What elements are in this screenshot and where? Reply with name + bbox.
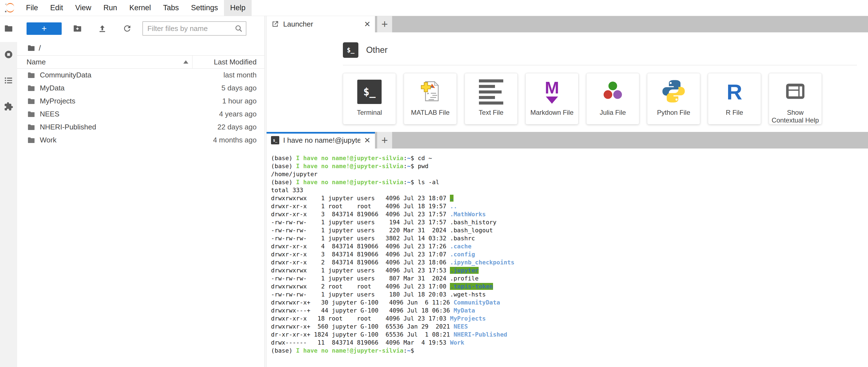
search-icon [234,24,243,33]
file-row-CommunityData[interactable]: CommunityDatalast month [17,69,265,82]
file-modified: 4 years ago [219,110,265,118]
launcher-body: $_ Other $_Terminal»MATLAB FileText File… [267,32,868,132]
file-browser-toolbar: + [17,16,265,41]
terminal-line: drwxr-xr-x 2 843714 819066 4096 Jul 23 1… [271,258,868,266]
sidebar-tab-extensions[interactable] [0,94,17,120]
tab-launcher[interactable]: Launcher ✕ [267,16,375,32]
terminal-line: drwxrwxrwx 1 jupyter users 4096 Jul 23 1… [271,194,868,202]
folder-icon [27,71,35,80]
terminal-line: -rw-rw-rw- 1 jupyter users 194 Jul 23 17… [271,218,868,226]
close-icon[interactable]: ✕ [364,136,371,145]
file-row-MyData[interactable]: MyData5 days ago [17,82,265,95]
terminal-line: drwxrwxrwx 2 root root 4096 Jul 23 17:00… [271,282,868,290]
launcher-tab-bar: Launcher ✕ + [267,16,868,32]
new-tab-button[interactable]: + [377,132,392,149]
menu-item-edit[interactable]: Edit [44,0,69,16]
tab-launcher-label: Launcher [283,20,360,29]
r-icon: R [727,81,742,102]
folder-icon [27,123,35,131]
running-sessions-icon [4,50,13,60]
launcher-card-label: Markdown File [529,109,575,116]
terminal-line: drwxr-xr-x 1 root root 4096 Jul 18 19:57… [271,202,868,210]
matlab-icon: » [417,78,443,105]
launcher-cards: $_Terminal»MATLAB FileText FileMMarkdown… [343,73,857,124]
terminal-section-icon: $_ [343,42,359,58]
file-row-NHERI-Published[interactable]: NHERI-Published22 days ago [17,121,265,133]
main-dock: Launcher ✕ + $_ Other $_Terminal»MATLAB … [267,16,868,367]
terminal-line: drwxrwx---+ 44 jupyter G-100 4096 Jul 18… [271,306,868,314]
menu-item-file[interactable]: File [20,0,44,16]
upload-icon[interactable] [98,24,107,33]
menu-item-tabs[interactable]: Tabs [157,0,185,16]
sidebar-tab-file-browser[interactable] [0,16,17,42]
menu-item-kernel[interactable]: Kernel [123,0,157,16]
launcher-card-label: Terminal [355,109,384,116]
terminal-line: -rw-rw-rw- 1 jupyter users 3802 Jul 14 0… [271,234,868,242]
terminal-line: (base) I have no name!@jupyter-silvia:~$… [271,162,868,170]
menu-item-view[interactable]: View [69,0,97,16]
terminal-line: -rw-rw-rw- 1 jupyter users 180 Jul 18 20… [271,290,868,298]
new-launcher-button[interactable]: + [27,22,62,35]
terminal-line: dr-xr-xr-x+ 1824 jupyter G-100 65536 Jul… [271,331,868,338]
file-row-NEES[interactable]: NEES4 years ago [17,108,265,121]
menu-item-run[interactable]: Run [97,0,123,16]
terminal-line: (base) I have no name!@jupyter-silvia:~$… [271,178,868,186]
breadcrumb[interactable]: / [17,41,265,55]
launcher-card-python[interactable]: Python File [647,73,700,124]
terminal-line: drwxr-xr-x 3 843714 819066 4096 Jul 23 1… [271,210,868,218]
file-row-MyProjects[interactable]: MyProjects1 hour ago [17,95,265,108]
terminal-tab-bar: $_ I have no name!@jupyter-silvia ✕ + [267,132,868,149]
breadcrumb-root[interactable]: / [39,44,41,53]
tab-terminal-label: I have no name!@jupyter-silvia [283,136,360,145]
section-divider [343,65,857,65]
file-name: NEES [40,110,59,118]
menu-item-help[interactable]: Help [224,0,252,16]
launcher-card-contextual-help[interactable]: Show Contextual Help [769,73,822,124]
jupyter-logo-icon [4,1,17,15]
terminal-line: (base) I have no name!@jupyter-silvia:~$… [271,154,868,162]
launcher-card-markdown[interactable]: MMarkdown File [525,73,579,124]
tab-terminal[interactable]: $_ I have no name!@jupyter-silvia ✕ [267,132,375,149]
launcher-card-label: Julia File [598,109,628,116]
menu-item-settings[interactable]: Settings [185,0,224,16]
filter-files-field [143,21,246,36]
column-header-name[interactable]: Name [17,58,192,66]
folder-icon [27,84,35,92]
file-row-Work[interactable]: Work4 months ago [17,133,265,147]
sort-ascending-icon [183,60,188,64]
panel-splitter[interactable] [265,16,267,367]
launcher-card-terminal[interactable]: $_Terminal [343,73,396,124]
launcher-card-julia[interactable]: Julia File [586,73,639,124]
terminal-line: drwxrwxrwx 1 jupyter users 4096 Jul 23 1… [271,266,868,274]
file-modified: 22 days ago [217,123,265,131]
launcher-card-r[interactable]: RR File [708,73,761,124]
terminal-line: drwxr-xr-x 4 843714 819066 4096 Jul 23 1… [271,242,868,250]
terminal-line: -rw-rw-rw- 1 jupyter users 220 Mar 31 20… [271,226,868,234]
launcher-card-label: Text File [477,109,505,116]
terminal-line: total 333 [271,186,868,194]
filter-files-input[interactable] [143,21,246,36]
folder-icon [27,136,35,144]
sidebar-tab-table-of-contents[interactable] [0,68,17,94]
sidebar-tab-running-sessions[interactable] [0,42,17,68]
markdown-icon: M [545,80,559,104]
new-tab-button[interactable]: + [377,16,392,32]
julia-icon [600,79,625,105]
launcher-card-text[interactable]: Text File [465,73,518,124]
terminal-output[interactable]: (base) I have no name!@jupyter-silvia:~$… [267,149,868,367]
folder-icon [27,110,35,118]
text-file-icon [479,80,503,104]
refresh-icon[interactable] [123,24,132,33]
python-icon [661,79,686,105]
close-icon[interactable]: ✕ [364,20,371,29]
new-folder-icon[interactable] [73,24,82,33]
terminal-line: drwxrwxr-x+ 30 jupyter G-100 4096 Jun 6 … [271,298,868,306]
launcher-card-label: Python File [655,109,692,116]
column-header-last-modified[interactable]: Last Modified [192,56,265,68]
terminal-line: drwxr-xr-x 18 root root 4096 Jul 23 17:0… [271,314,868,323]
launcher-card-matlab[interactable]: »MATLAB File [404,73,457,124]
launcher-card-label: MATLAB File [409,109,451,116]
contextual-help-icon [782,79,808,105]
home-folder-icon [27,44,35,52]
extensions-icon [4,102,13,112]
